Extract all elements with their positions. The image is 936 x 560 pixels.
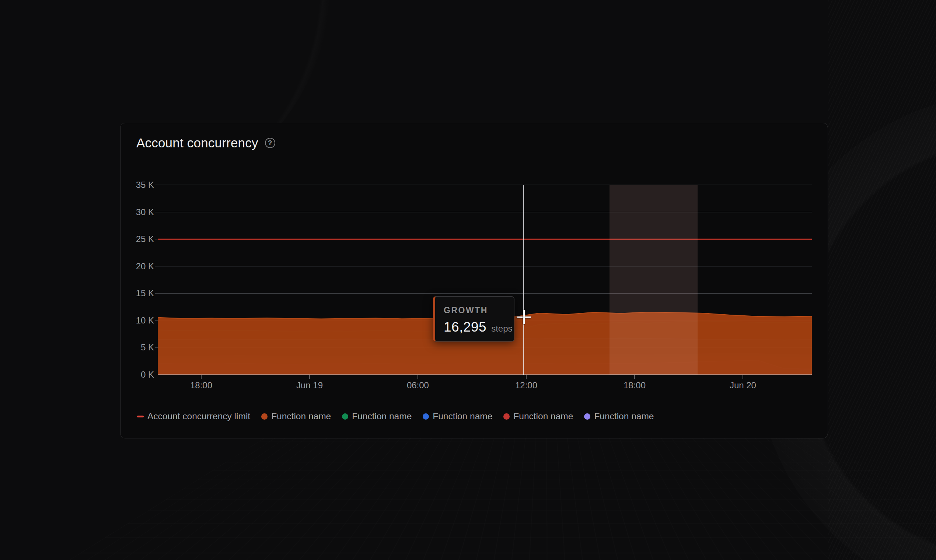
legend-label-5: Function name [594,411,654,422]
concurrency-chart-plot[interactable] [158,185,812,379]
legend-label-1: Function name [271,411,331,422]
chart-legend: Account concurrency limitFunction nameFu… [137,411,654,422]
legend-marker-series-dot-1 [261,413,268,420]
legend-item-3[interactable]: Function name [423,411,492,422]
x-axis-label-0: 18:00 [190,380,212,391]
legend-item-4[interactable]: Function name [503,411,573,422]
y-axis-label-25k: 25 K [128,234,154,244]
legend-marker-series-dot-3 [423,413,429,420]
highlight-band [610,185,697,375]
y-axis-label-30k: 30 K [128,207,154,217]
legend-marker-series-dot-4 [503,413,510,420]
tooltip-series-label: GROWTH [444,305,514,315]
y-axis-label-20k: 20 K [128,261,154,272]
x-axis-label-5: Jun 20 [730,380,756,391]
legend-item-1[interactable]: Function name [261,411,331,422]
chart-tooltip: GROWTH 16,295 steps [433,296,514,342]
legend-item-5[interactable]: Function name [584,411,654,422]
tooltip-unit: steps [491,323,512,334]
legend-item-2[interactable]: Function name [342,411,412,422]
card-header: Account concurrency ? [136,135,275,150]
y-axis-label-5k: 5 K [128,342,154,352]
tooltip-value-row: 16,295 steps [444,319,514,335]
legend-label-3: Function name [433,411,492,422]
y-axis-label-10k: 10 K [128,315,154,326]
tooltip-value: 16,295 [444,319,486,335]
legend-label-0: Account concurrency limit [148,411,250,422]
legend-marker-limit-dash [137,415,144,417]
x-axis-label-2: 06:00 [407,380,429,391]
crosshair-line [523,185,524,375]
legend-label-2: Function name [352,411,412,422]
legend-item-0[interactable]: Account concurrency limit [137,411,250,422]
y-axis-label-0k: 0 K [128,369,154,380]
background-stripes-decoration [828,0,936,560]
page-background: Account concurrency ? 35 K30 K25 K20 K15… [0,0,936,560]
help-icon[interactable]: ? [265,138,275,148]
page-title: Account concurrency [136,135,258,150]
y-axis-label-15k: 15 K [128,288,154,298]
legend-marker-series-dot-5 [584,413,590,420]
legend-label-4: Function name [513,411,573,422]
x-axis-label-3: 12:00 [515,380,537,391]
legend-marker-series-dot-2 [342,413,348,420]
x-axis-label-1: Jun 19 [296,380,323,391]
y-axis-label-35k: 35 K [128,180,154,190]
x-axis-label-4: 18:00 [623,380,646,391]
